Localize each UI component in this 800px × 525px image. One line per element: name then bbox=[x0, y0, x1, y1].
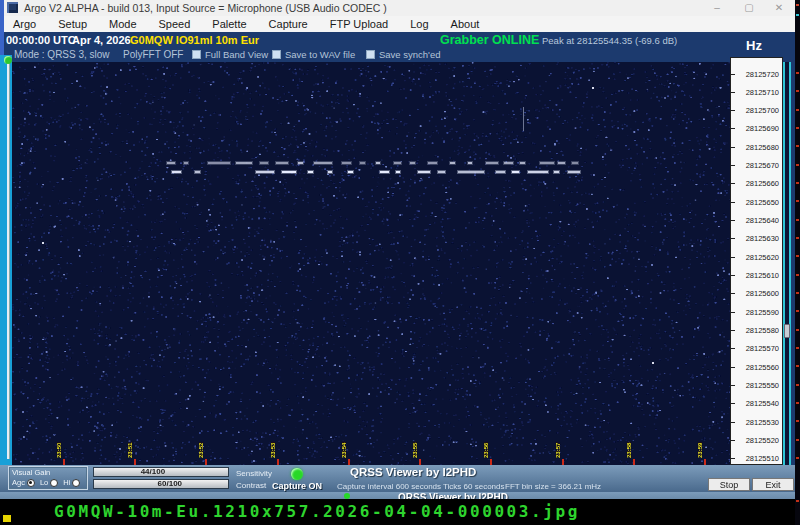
left-slider-knob[interactable] bbox=[4, 56, 12, 64]
app-icon bbox=[7, 2, 18, 13]
date-label: Apr 4, 2026 bbox=[72, 34, 131, 46]
freq-scale-row: 28125630 bbox=[731, 234, 782, 244]
radio-hi[interactable] bbox=[72, 479, 80, 487]
menu-item-capture[interactable]: Capture bbox=[260, 18, 321, 30]
contrast-value: 60/100 bbox=[158, 480, 182, 488]
frequency-scale: 2812572028125710281257002812569028125680… bbox=[730, 57, 783, 465]
waterfall-display: 23:5023:5123:5223:5323:5423:5523:5623:57… bbox=[12, 62, 730, 465]
edge-fragment-icon bbox=[796, 439, 799, 441]
menu-item-palette[interactable]: Palette bbox=[203, 18, 259, 30]
screen: Argo V2 ALPHA - build 013, Input Source … bbox=[0, 0, 800, 525]
time-tick-label: 23:59 bbox=[697, 443, 703, 458]
time-tick-label: 23:50 bbox=[56, 443, 62, 458]
edge-fragment-icon bbox=[796, 4, 799, 6]
freq-scale-row: 28125600 bbox=[731, 289, 782, 299]
edge-fragment-icon bbox=[796, 457, 799, 459]
time-tick-label: 23:52 bbox=[198, 443, 204, 458]
edge-fragment-icon bbox=[796, 72, 799, 74]
edge-fragment-icon bbox=[796, 14, 799, 16]
title-bar[interactable]: Argo V2 ALPHA - build 013, Input Source … bbox=[0, 0, 795, 16]
radio-lo[interactable] bbox=[50, 479, 58, 487]
freq-scale-row: 28125710 bbox=[731, 87, 782, 97]
menu-item-speed[interactable]: Speed bbox=[150, 18, 204, 30]
status-row: 00:00:00 UTC Apr 4, 2026 G0MQW IO91ml 10… bbox=[4, 32, 795, 48]
maximize-button[interactable]: ▢ bbox=[738, 1, 760, 15]
capture-led-icon bbox=[291, 468, 303, 480]
freq-scale-row: 28125570 bbox=[731, 344, 782, 354]
menu-item-ftp-upload[interactable]: FTP Upload bbox=[321, 18, 402, 30]
fft-bin-label: FFT bin size = 366.21 mHz bbox=[505, 482, 601, 491]
freq-value: 28125620 bbox=[735, 253, 782, 262]
edge-fragment-icon bbox=[796, 292, 799, 294]
freq-scale-row: 28125660 bbox=[731, 179, 782, 189]
menu-item-log[interactable]: Log bbox=[401, 18, 441, 30]
hz-unit-label: Hz bbox=[746, 38, 762, 53]
time-tick-label: 23:55 bbox=[412, 443, 418, 458]
control-bar: Visual Gain AgcLoHi 44/100 60/100 Sensit… bbox=[0, 465, 795, 492]
freq-scale-row: 28125530 bbox=[731, 417, 782, 427]
edge-fragment-icon bbox=[796, 127, 799, 129]
polyfft-label[interactable]: PolyFFT OFF bbox=[123, 49, 183, 60]
ticks-label: Ticks 60 seconds bbox=[443, 482, 505, 491]
visual-gain-group: Visual Gain AgcLoHi bbox=[8, 466, 88, 490]
freq-value: 28125640 bbox=[735, 216, 782, 225]
sensitivity-value: 44/100 bbox=[141, 468, 165, 476]
right-scroll-rail[interactable] bbox=[783, 62, 791, 465]
exit-button[interactable]: Exit bbox=[752, 478, 794, 491]
edge-fragment-icon bbox=[796, 182, 799, 184]
freq-value: 28125510 bbox=[735, 454, 782, 463]
close-button[interactable]: ✕ bbox=[768, 1, 790, 15]
menu-item-mode[interactable]: Mode bbox=[100, 18, 150, 30]
freq-value: 28125550 bbox=[735, 381, 782, 390]
tool-row: Mode : QRSS 3, slow PolyFFT OFF Full Ban… bbox=[4, 48, 795, 62]
freq-scale-row: 28125590 bbox=[731, 307, 782, 317]
freq-value: 28125530 bbox=[735, 418, 782, 427]
time-tick-label: 23:56 bbox=[483, 443, 489, 458]
freq-value: 28125630 bbox=[735, 234, 782, 243]
contrast-slider[interactable]: 60/100 bbox=[93, 479, 229, 489]
checkbox-box-icon[interactable] bbox=[272, 50, 281, 59]
radio-label-agc: Agc bbox=[12, 478, 25, 487]
sensitivity-slider[interactable]: 44/100 bbox=[93, 467, 229, 477]
radio-agc[interactable] bbox=[27, 479, 35, 487]
time-tick-label: 23:57 bbox=[555, 443, 561, 458]
menu-bar: ArgoSetupModeSpeedPaletteCaptureFTP Uplo… bbox=[4, 16, 795, 32]
stop-button[interactable]: Stop bbox=[708, 478, 750, 491]
checkbox-box-icon[interactable] bbox=[192, 50, 201, 59]
freq-value: 28125670 bbox=[735, 161, 782, 170]
freq-scale-row: 28125640 bbox=[731, 216, 782, 226]
checkbox-label: Save to WAV file bbox=[285, 49, 355, 60]
cursor-square bbox=[3, 515, 11, 522]
left-slider-track bbox=[7, 63, 9, 459]
time-tick-label: 23:58 bbox=[626, 443, 632, 458]
mode-label: Mode : QRSS 3, slow bbox=[14, 49, 110, 60]
checkbox-box-icon[interactable] bbox=[366, 50, 375, 59]
footer-band: G0MQW-10m-Eu.1210x757.2026-04-04-000003.… bbox=[0, 499, 800, 525]
minimize-button[interactable]: – bbox=[706, 1, 728, 15]
right-scroll-handle[interactable] bbox=[784, 324, 790, 338]
left-offset-slider[interactable] bbox=[4, 55, 12, 465]
radio-label-hi: Hi bbox=[63, 478, 70, 487]
time-tick-label: 23:51 bbox=[127, 443, 133, 458]
peak-readout: Peak at 28125544.35 (-69.6 dB) bbox=[542, 35, 677, 46]
checkbox-save-to-wav-file[interactable]: Save to WAV file bbox=[272, 49, 355, 60]
capture-interval-label: Capture interval 600 seconds bbox=[337, 482, 441, 491]
menu-item-setup[interactable]: Setup bbox=[49, 18, 100, 30]
edge-fragment-icon bbox=[796, 310, 799, 312]
utc-time: 00:00:00 UTC bbox=[6, 34, 76, 46]
edge-fragment-icon bbox=[796, 109, 799, 111]
menu-item-argo[interactable]: Argo bbox=[4, 18, 49, 30]
freq-scale-row: 28125610 bbox=[731, 271, 782, 281]
freq-value: 28125710 bbox=[735, 88, 782, 97]
freq-scale-row: 28125580 bbox=[731, 326, 782, 336]
window-title: Argo V2 ALPHA - build 013, Input Source … bbox=[24, 2, 387, 14]
freq-scale-row: 28125720 bbox=[731, 69, 782, 79]
callsign-label: G0MQW IO91ml 10m Eur bbox=[130, 34, 259, 46]
menu-item-about[interactable]: About bbox=[442, 18, 493, 30]
clipped-status-strip: QRSS Viewer by I2PHD bbox=[0, 492, 795, 499]
edge-fragment-icon bbox=[796, 347, 799, 349]
checkbox-full-band-view[interactable]: Full Band View bbox=[192, 49, 268, 60]
checkbox-save-synch-ed[interactable]: Save synch'ed bbox=[366, 49, 441, 60]
time-tick-label: 23:53 bbox=[270, 443, 276, 458]
grabber-status: Grabber ONLINE bbox=[440, 33, 539, 47]
